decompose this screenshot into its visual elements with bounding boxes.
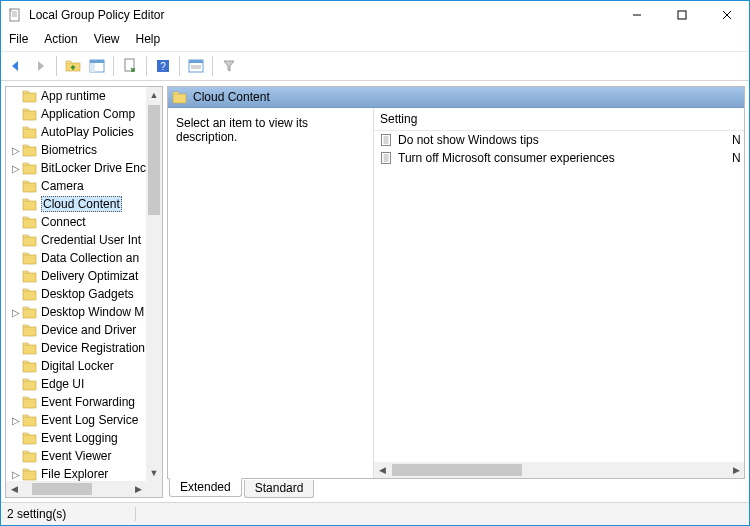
tree-item[interactable]: ▷Connect bbox=[6, 213, 146, 231]
tree-item[interactable]: ▷Event Log Service bbox=[6, 411, 146, 429]
svg-rect-23 bbox=[382, 153, 391, 164]
folder-icon bbox=[22, 432, 37, 445]
menu-help[interactable]: Help bbox=[136, 32, 161, 46]
folder-icon bbox=[22, 108, 37, 121]
expander-icon[interactable]: ▷ bbox=[10, 307, 22, 318]
folder-icon bbox=[22, 360, 37, 373]
close-button[interactable] bbox=[704, 1, 749, 29]
tree-item[interactable]: ▷AutoPlay Policies bbox=[6, 123, 146, 141]
content-box: Cloud Content Select an item to view its… bbox=[167, 86, 745, 479]
tree-item-label: Event Forwarding bbox=[41, 395, 135, 409]
column-setting[interactable]: Setting bbox=[380, 112, 744, 126]
help-button[interactable]: ? bbox=[152, 55, 174, 77]
svg-rect-5 bbox=[678, 11, 686, 19]
expander-icon[interactable]: ▷ bbox=[10, 415, 22, 426]
toolbar: ? bbox=[1, 52, 749, 81]
expander-icon[interactable]: ▷ bbox=[10, 469, 22, 480]
setting-state: N bbox=[732, 133, 744, 147]
tree-item[interactable]: ▷File Explorer bbox=[6, 465, 146, 481]
back-button[interactable] bbox=[5, 55, 27, 77]
svg-rect-9 bbox=[90, 60, 104, 63]
description-prompt: Select an item to view its description. bbox=[176, 116, 308, 144]
minimize-button[interactable] bbox=[614, 1, 659, 29]
content-heading: Cloud Content bbox=[193, 90, 270, 104]
tree-item[interactable]: ▷Event Logging bbox=[6, 429, 146, 447]
menu-file[interactable]: File bbox=[9, 32, 28, 46]
scroll-thumb[interactable] bbox=[32, 483, 92, 495]
window-root: Local Group Policy Editor File Action Vi… bbox=[0, 0, 750, 526]
tab-standard[interactable]: Standard bbox=[244, 480, 315, 498]
filter-button[interactable] bbox=[218, 55, 240, 77]
list-header[interactable]: Setting bbox=[374, 108, 744, 131]
toolbar-separator bbox=[212, 56, 213, 76]
folder-icon bbox=[22, 180, 37, 193]
tree-item[interactable]: ▷Delivery Optimizat bbox=[6, 267, 146, 285]
tree-item[interactable]: ▷Cloud Content bbox=[6, 195, 146, 213]
app-icon bbox=[7, 7, 23, 23]
tree-item[interactable]: ▷Event Viewer bbox=[6, 447, 146, 465]
folder-icon bbox=[22, 414, 37, 427]
tree-item-label: Cloud Content bbox=[41, 196, 122, 212]
tree-item[interactable]: ▷Device Registration bbox=[6, 339, 146, 357]
up-button[interactable] bbox=[62, 55, 84, 77]
tree-horizontal-scrollbar[interactable]: ◀ ▶ bbox=[6, 481, 146, 497]
tree-item[interactable]: ▷Data Collection an bbox=[6, 249, 146, 267]
scroll-thumb[interactable] bbox=[392, 464, 522, 476]
tree-item[interactable]: ▷App runtime bbox=[6, 87, 146, 105]
scroll-up-icon[interactable]: ▲ bbox=[146, 87, 162, 103]
tree-item-label: Event Logging bbox=[41, 431, 118, 445]
scroll-down-icon[interactable]: ▼ bbox=[146, 465, 162, 481]
menu-action[interactable]: Action bbox=[44, 32, 77, 46]
tree-item[interactable]: ▷Desktop Window M bbox=[6, 303, 146, 321]
maximize-button[interactable] bbox=[659, 1, 704, 29]
list-horizontal-scrollbar[interactable]: ◀ ▶ bbox=[374, 462, 744, 478]
toolbar-separator bbox=[56, 56, 57, 76]
tab-extended[interactable]: Extended bbox=[169, 478, 242, 497]
properties-button[interactable] bbox=[185, 55, 207, 77]
tree-item-label: Biometrics bbox=[41, 143, 97, 157]
folder-icon bbox=[22, 378, 37, 391]
content-panel: Cloud Content Select an item to view its… bbox=[167, 86, 745, 498]
forward-button[interactable] bbox=[29, 55, 51, 77]
scroll-left-icon[interactable]: ◀ bbox=[6, 481, 22, 497]
setting-row[interactable]: Turn off Microsoft consumer experiencesN bbox=[374, 149, 744, 167]
scroll-thumb[interactable] bbox=[148, 105, 160, 215]
export-list-button[interactable] bbox=[119, 55, 141, 77]
folder-icon bbox=[22, 342, 37, 355]
folder-icon bbox=[22, 396, 37, 409]
tree-item-label: Connect bbox=[41, 215, 86, 229]
window-controls bbox=[614, 1, 749, 29]
tree-item[interactable]: ▷Biometrics bbox=[6, 141, 146, 159]
folder-icon bbox=[22, 450, 37, 463]
tree-item[interactable]: ▷Credential User Int bbox=[6, 231, 146, 249]
setting-row[interactable]: Do not show Windows tipsN bbox=[374, 131, 744, 149]
tree-item[interactable]: ▷Application Comp bbox=[6, 105, 146, 123]
scroll-right-icon[interactable]: ▶ bbox=[130, 481, 146, 497]
show-hide-tree-button[interactable] bbox=[86, 55, 108, 77]
tree-item[interactable]: ▷BitLocker Drive Enc bbox=[6, 159, 146, 177]
expander-icon[interactable]: ▷ bbox=[10, 163, 22, 174]
tree-item[interactable]: ▷Event Forwarding bbox=[6, 393, 146, 411]
toolbar-separator bbox=[113, 56, 114, 76]
tree-item-label: Device and Driver bbox=[41, 323, 136, 337]
scroll-right-icon[interactable]: ▶ bbox=[728, 462, 744, 478]
menubar: File Action View Help bbox=[1, 29, 749, 52]
description-pane: Select an item to view its description. bbox=[168, 108, 373, 478]
folder-icon bbox=[22, 162, 37, 175]
menu-view[interactable]: View bbox=[94, 32, 120, 46]
tree-view[interactable]: ▷App runtime▷Application Comp▷AutoPlay P… bbox=[6, 87, 162, 497]
policy-setting-icon bbox=[380, 133, 394, 147]
tree-item-label: BitLocker Drive Enc bbox=[41, 161, 146, 175]
tree-item[interactable]: ▷Desktop Gadgets bbox=[6, 285, 146, 303]
window-title: Local Group Policy Editor bbox=[29, 8, 614, 22]
tree-item[interactable]: ▷Camera bbox=[6, 177, 146, 195]
tree-item-label: Digital Locker bbox=[41, 359, 114, 373]
tree-item[interactable]: ▷Edge UI bbox=[6, 375, 146, 393]
scroll-left-icon[interactable]: ◀ bbox=[374, 462, 390, 478]
tree-item[interactable]: ▷Device and Driver bbox=[6, 321, 146, 339]
tree-item-label: File Explorer bbox=[41, 467, 108, 481]
expander-icon[interactable]: ▷ bbox=[10, 145, 22, 156]
folder-icon bbox=[22, 90, 37, 103]
tree-item[interactable]: ▷Digital Locker bbox=[6, 357, 146, 375]
tree-vertical-scrollbar[interactable]: ▲ ▼ bbox=[146, 87, 162, 481]
